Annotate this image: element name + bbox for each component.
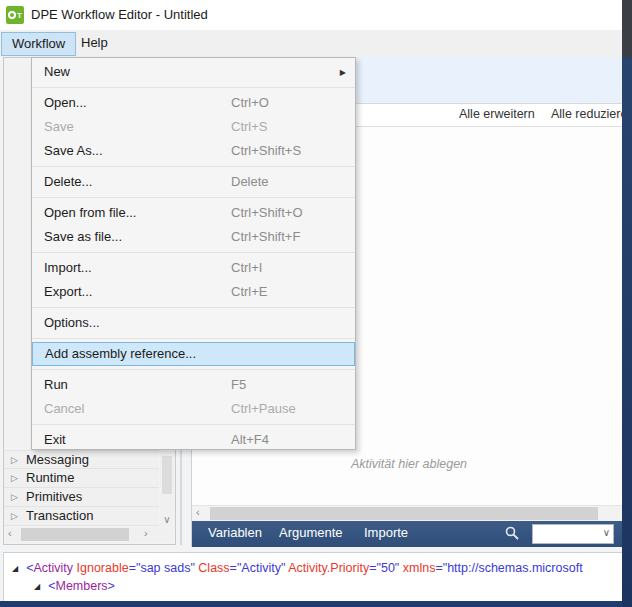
dpe-workflow-editor-window: T DPE Workflow Editor - Untitled Workflo… [0, 0, 632, 607]
collapsed-expander-icon[interactable]: ▷ [11, 451, 18, 469]
menu-separator [32, 197, 355, 198]
submenu-arrow-icon: ▶ [340, 61, 346, 85]
menu-item-label: Open from file... [44, 205, 136, 220]
menu-item-label: Add assembly reference... [45, 346, 196, 361]
menu-item-label: Delete... [44, 174, 92, 189]
menu-item-new[interactable]: New ▶ [32, 60, 355, 84]
imports-tab[interactable]: Importe [364, 525, 408, 540]
menu-item-shortcut: Ctrl+O [231, 91, 269, 115]
menu-separator [32, 87, 355, 88]
variables-tab[interactable]: Variablen [208, 525, 262, 540]
menu-item-shortcut: Ctrl+Shift+S [231, 139, 301, 163]
menu-item-open[interactable]: Open... Ctrl+O [32, 91, 355, 115]
menu-item-label: Run [44, 377, 68, 392]
app-icon-ring [8, 11, 16, 19]
scroll-right-icon[interactable]: › [144, 527, 148, 539]
expanded-expander-icon[interactable]: ◢ [34, 582, 40, 591]
toolbox-vertical-scrollbar[interactable]: ∨ [160, 450, 174, 526]
menu-item-run[interactable]: Run F5 [32, 373, 355, 397]
menu-item-export[interactable]: Export... Ctrl+E [32, 280, 355, 304]
tree-item-label: Transaction [26, 508, 93, 523]
xml-attribute-value: ="sap sads" [129, 561, 199, 575]
menu-item-shortcut: Alt+F4 [231, 428, 269, 452]
tree-item-primitives[interactable]: ▷ Primitives [4, 488, 159, 507]
xml-attribute-value: ="50" [369, 561, 403, 575]
menu-item-delete[interactable]: Delete... Delete [32, 170, 355, 194]
menu-item-label: Save as file... [44, 229, 122, 244]
menu-item-shortcut: Delete [231, 170, 269, 194]
menu-item-shortcut: Ctrl+I [231, 256, 262, 280]
menu-item-shortcut: Ctrl+Shift+O [231, 201, 303, 225]
designer-horizontal-scrollbar[interactable]: ‹ [192, 505, 622, 521]
scroll-left-icon[interactable]: ‹ [196, 506, 200, 518]
menu-item-label: Save As... [44, 143, 103, 158]
xml-outline-panel: ◢<Activity Ignorable="sap sads" Class="A… [3, 552, 632, 602]
menubar-item-help[interactable]: Help [71, 32, 118, 56]
menubar-item-workflow[interactable]: Workflow [1, 32, 76, 56]
menu-item-label: Import... [44, 260, 92, 275]
toolbox-horizontal-scrollbar[interactable]: ‹ › [6, 527, 173, 542]
tree-item-label: Runtime [26, 470, 74, 485]
menu-item-import[interactable]: Import... Ctrl+I [32, 256, 355, 280]
tree-item-transaction[interactable]: ▷ Transaction [4, 507, 159, 526]
xml-attribute-name: xmlns [403, 561, 436, 575]
menu-item-shortcut: Ctrl+Pause [231, 397, 296, 421]
menu-item-label: Export... [44, 284, 92, 299]
menu-item-label: Save [44, 119, 74, 134]
expand-all-link[interactable]: Alle erweitern [459, 107, 535, 121]
xml-activity-node[interactable]: ◢<Activity Ignorable="sap sads" Class="A… [12, 561, 583, 575]
menu-item-save-as-file[interactable]: Save as file... Ctrl+Shift+F [32, 225, 355, 249]
menu-item-save-as[interactable]: Save As... Ctrl+Shift+S [32, 139, 355, 163]
arguments-tab[interactable]: Argumente [279, 525, 343, 540]
designer-bottom-bar: Variablen Argumente Importe ∨ [192, 521, 622, 547]
zoom-level-combobox[interactable]: ∨ [532, 524, 614, 544]
xml-element-name: Activity [33, 561, 76, 575]
drop-activity-hint: Aktivität hier ablegen [351, 457, 467, 471]
tree-item-runtime[interactable]: ▷ Runtime [4, 469, 159, 488]
scrollbar-thumb[interactable] [21, 528, 129, 541]
chevron-down-icon[interactable]: ∨ [603, 527, 610, 538]
collapsed-expander-icon[interactable]: ▷ [11, 469, 18, 487]
app-icon: T [6, 6, 24, 24]
xml-attribute-value: ="Activity" [230, 561, 289, 575]
expanded-expander-icon[interactable]: ◢ [12, 564, 18, 573]
xml-members-node[interactable]: ◢<Members> [34, 579, 115, 593]
menu-item-label: Options... [44, 315, 100, 330]
menu-item-add-assembly-reference[interactable]: Add assembly reference... [32, 342, 355, 366]
menu-separator [32, 307, 355, 308]
tree-item-messaging[interactable]: ▷ Messaging [4, 450, 159, 469]
xml-attribute-name: Class [198, 561, 229, 575]
collapsed-expander-icon[interactable]: ▷ [11, 488, 18, 506]
menu-item-shortcut: F5 [231, 373, 246, 397]
menu-item-open-from-file[interactable]: Open from file... Ctrl+Shift+O [32, 201, 355, 225]
menu-item-shortcut: Ctrl+Shift+F [231, 225, 300, 249]
xml-attribute-name: Activity.Priority [288, 561, 369, 575]
menu-separator [32, 252, 355, 253]
xml-attribute-name: Ignorable [77, 561, 129, 575]
menu-separator [32, 424, 355, 425]
scrollbar-thumb[interactable] [210, 507, 598, 520]
collapsed-expander-icon[interactable]: ▷ [11, 507, 18, 525]
menu-item-exit[interactable]: Exit Alt+F4 [32, 428, 355, 452]
menu-item-save: Save Ctrl+S [32, 115, 355, 139]
activity-category-tree: ▷ Messaging ▷ Runtime ▷ Primitives ▷ Tra… [4, 450, 159, 526]
window-title: DPE Workflow Editor - Untitled [31, 7, 208, 22]
xml-attribute-value: ="http://schemas.microsoft [435, 561, 582, 575]
scroll-down-icon[interactable]: ∨ [160, 514, 174, 525]
collapse-all-link[interactable]: Alle reduzieren [551, 107, 622, 121]
titlebar: T DPE Workflow Editor - Untitled [0, 0, 632, 30]
menu-item-options[interactable]: Options... [32, 311, 355, 335]
tree-item-label: Primitives [26, 489, 82, 504]
scroll-left-icon[interactable]: ‹ [8, 527, 12, 539]
scrollbar-thumb[interactable] [162, 456, 172, 494]
xml-element-name: Members [55, 579, 107, 593]
app-icon-letter: T [17, 11, 22, 20]
menubar: Workflow Help [0, 30, 632, 57]
search-icon[interactable] [504, 525, 520, 541]
menu-item-shortcut: Ctrl+E [231, 280, 267, 304]
menu-item-label: Open... [44, 95, 87, 110]
menu-separator [32, 369, 355, 370]
tree-item-label: Messaging [26, 452, 89, 467]
menu-item-cancel: Cancel Ctrl+Pause [32, 397, 355, 421]
menu-item-label: New [44, 64, 70, 79]
